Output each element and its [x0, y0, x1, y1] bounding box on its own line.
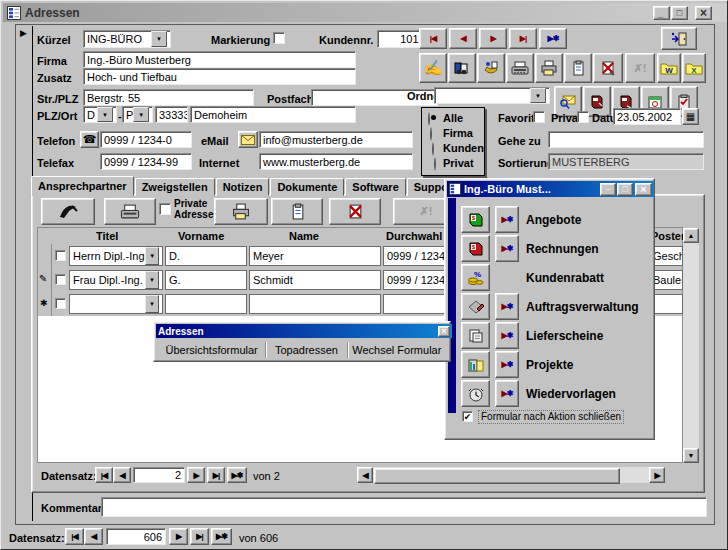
minimize-button[interactable]: _: [653, 6, 670, 20]
close-after-action-checkbox[interactable]: ✔: [462, 411, 473, 422]
row1-name[interactable]: Meyer: [249, 246, 381, 266]
maximize-button[interactable]: □: [617, 183, 633, 196]
export-word-button[interactable]: W: [657, 53, 681, 83]
col-vorname[interactable]: Vorname: [178, 230, 224, 242]
record-last-button[interactable]: ▶|: [509, 28, 537, 49]
main-next-button[interactable]: ▶: [169, 528, 188, 545]
serial-letter-button[interactable]: [477, 53, 505, 83]
contact-letter-button[interactable]: [41, 198, 95, 225]
chevron-down-icon[interactable]: ▼: [97, 107, 113, 122]
internet-field[interactable]: www.musterberg.de: [259, 153, 413, 170]
chevron-down-icon[interactable]: ▼: [530, 88, 546, 103]
close-button[interactable]: ×: [438, 326, 450, 337]
wechsel-formular-button[interactable]: Wechsel Formular: [348, 341, 446, 359]
hscrollbar-thumb[interactable]: [374, 468, 620, 484]
col-name[interactable]: Name: [289, 230, 319, 242]
auftragsverwaltung-play-button[interactable]: ▶✱: [495, 293, 519, 320]
angebote-label[interactable]: Angebote: [526, 213, 581, 227]
row-selector-new[interactable]: ✱: [38, 292, 52, 316]
lieferscheine-label[interactable]: Lieferscheine: [526, 329, 603, 343]
wiedervorlagen-play-button[interactable]: ▶✱: [495, 380, 519, 407]
col-durchwahl[interactable]: Durchwahl: [386, 230, 442, 242]
col-titel[interactable]: Titel: [96, 230, 118, 242]
row1-vorname[interactable]: D.: [165, 246, 247, 266]
tab-dokumente[interactable]: Dokumente: [270, 178, 344, 196]
main-record-number[interactable]: 606: [106, 528, 166, 545]
tab-zweigstellen[interactable]: Zweigstellen: [135, 178, 215, 196]
vscroll-up-button[interactable]: ▲: [683, 228, 699, 243]
favorit-checkbox[interactable]: [533, 111, 545, 123]
rechnungen-label[interactable]: Rechnungen: [526, 242, 599, 256]
export-excel-button[interactable]: X: [682, 53, 706, 83]
email-field[interactable]: info@musterberg.de: [259, 131, 413, 148]
subform-new-button[interactable]: ▶✱: [227, 467, 247, 483]
chevron-down-icon[interactable]: ▼: [145, 247, 159, 265]
ort-field[interactable]: Demoheim: [190, 106, 356, 123]
markierung-checkbox[interactable]: [273, 32, 285, 44]
vscroll-down-button[interactable]: ▼: [683, 448, 699, 463]
notes-button[interactable]: [564, 53, 592, 83]
record-new-button[interactable]: ▶✱: [539, 28, 567, 49]
contact-typewriter-button[interactable]: [104, 198, 156, 225]
zusatz-field[interactable]: Hoch- und Tiefbau: [83, 68, 356, 85]
projekte-button[interactable]: [461, 351, 490, 378]
send-email-button[interactable]: [238, 131, 258, 148]
kontext-titlebar[interactable]: Ing.-Büro Must... _ □ ×: [447, 181, 654, 197]
vscrollbar-track[interactable]: [683, 243, 699, 448]
tab-ansprechpartner[interactable]: Ansprechpartner: [31, 176, 134, 196]
row1-titel-combo[interactable]: Herrn Dipl.-Ing. ▼: [69, 246, 163, 266]
row2-name[interactable]: Schmidt: [249, 270, 381, 290]
record-prev-button[interactable]: ◀: [449, 28, 477, 49]
subform-last-button[interactable]: ▶|: [207, 467, 225, 483]
p-combo[interactable]: P▼: [122, 106, 153, 123]
plz-field[interactable]: 33333: [155, 106, 188, 123]
datum-field[interactable]: 23.05.2002: [613, 108, 681, 125]
contact-print-button[interactable]: [214, 198, 268, 225]
minimize-button[interactable]: _: [600, 183, 616, 196]
maximize-button[interactable]: □: [671, 6, 688, 20]
chevron-down-icon[interactable]: ▼: [145, 295, 159, 313]
uebersichtsformular-button[interactable]: Übersichtsformular: [158, 341, 265, 359]
kommentar-field[interactable]: [101, 497, 707, 517]
wiedervorlagen-button[interactable]: [461, 380, 490, 407]
strasse-field[interactable]: Bergstr. 55: [83, 89, 254, 106]
main-first-button[interactable]: |◀: [65, 528, 84, 545]
kundenrabatt-label[interactable]: Kundenrabatt: [526, 271, 604, 285]
filter-radio-privat[interactable]: [434, 157, 436, 171]
row-selector-editing[interactable]: ✎: [38, 268, 52, 292]
row3-name[interactable]: [249, 294, 381, 314]
hscroll-right-button[interactable]: ▶: [649, 467, 665, 483]
row3-titel-combo[interactable]: ▼: [69, 294, 163, 314]
privat-checkbox[interactable]: [577, 111, 589, 123]
chevron-down-icon[interactable]: ▼: [145, 271, 159, 289]
rechnungen-button[interactable]: $: [461, 235, 490, 262]
row3-vorname[interactable]: [165, 294, 247, 314]
filter-radio-alle[interactable]: [428, 112, 430, 126]
angebote-button[interactable]: $: [461, 206, 490, 233]
telefax-field[interactable]: 0999 / 1234-99: [100, 153, 192, 170]
rechnungen-play-button[interactable]: ▶✱: [495, 235, 519, 262]
angebote-play-button[interactable]: ▶✱: [495, 206, 519, 233]
close-after-action-label[interactable]: Formular nach Aktion schließen: [478, 410, 624, 424]
hscrollbar-track[interactable]: [373, 467, 649, 483]
letter-write-button[interactable]: ✍: [419, 53, 447, 83]
row1-checkbox[interactable]: [55, 250, 66, 261]
wiedervorlagen-label[interactable]: Wiedervorlagen: [526, 387, 616, 401]
chevron-down-icon[interactable]: ▼: [151, 31, 167, 47]
chevron-down-icon[interactable]: ▼: [133, 107, 149, 122]
tab-notizen[interactable]: Notizen: [216, 178, 270, 196]
kundenrabatt-button[interactable]: %: [461, 264, 490, 291]
row3-checkbox[interactable]: [55, 298, 66, 309]
auftragsverwaltung-button[interactable]: [461, 293, 490, 320]
topadressen-button[interactable]: Topadressen: [266, 341, 346, 359]
telefon-field[interactable]: 0999 / 1234-0: [100, 131, 192, 148]
contact-delete-button[interactable]: [329, 198, 381, 225]
delete-record-button[interactable]: [593, 53, 623, 83]
search-books-button[interactable]: [448, 53, 476, 83]
projekte-play-button[interactable]: ▶✱: [495, 351, 519, 378]
record-first-button[interactable]: |◀: [419, 28, 447, 49]
typewriter-button[interactable]: [506, 53, 534, 83]
subform-prev-button[interactable]: ◀: [113, 467, 131, 483]
hscroll-left-button[interactable]: ◀: [357, 467, 373, 483]
row2-vorname[interactable]: G.: [165, 270, 247, 290]
